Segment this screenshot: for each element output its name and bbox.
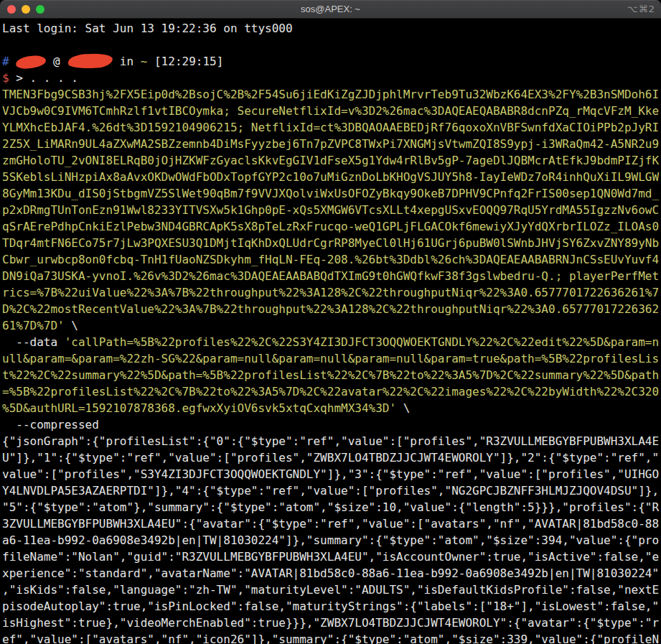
cookie-line: 8GyMm13KDu_dIS0jStbgmVZ5SlWet90qBm7f9VVJ…: [2, 185, 661, 202]
text-segment: [12:29:15]: [147, 55, 223, 68]
window-title: sos@APEX: ~: [301, 4, 360, 14]
text-segment: ~: [141, 55, 148, 68]
text-segment: ef","value":["avatars","nf","icon26"]},"…: [2, 633, 659, 644]
cookie-line: TMEN3Fbg9CSB3hj%2FX5Eip0d%2BsojC%2B%2F54…: [2, 86, 661, 103]
text-segment: $: [2, 71, 9, 85]
cookie-line: rics=%7B%22uiValue%22%3A%7B%22throughput…: [2, 284, 661, 301]
data-line: ull&param=&param=%22zh-SG%22&param=null&…: [2, 350, 661, 367]
json-output-line: value":["profiles","S3Y4ZI3DJFCT3OQQWOEK…: [2, 466, 661, 482]
data-line: %5D&authURL=1592107878368.egfwxXyiOV6svk…: [2, 400, 661, 416]
traffic-lights: [7, 0, 44, 18]
text-segment: "5":{"$type":"atom"},"summary":{"$type":…: [2, 500, 659, 514]
json-output-line: a6-11ea-b992-0a6908e3492b|en|TW|81030224…: [2, 532, 661, 549]
json-output-line: Y4LNVDLPA5E3AZAERPTDI"]},"4":{"$type":"r…: [2, 482, 661, 499]
text-segment: Last login: Sat Jun 13 19:22:36 on ttys0…: [2, 22, 293, 35]
json-output-line: pisodeAutoplay":true,"isPinLocked":false…: [2, 598, 661, 615]
text-segment: 61%7D%7D': [2, 319, 65, 332]
text-segment: D%2C%22mostRecentValue%22%3A%7B%22throug…: [2, 302, 659, 316]
text-segment: qSrAErePdhpCnkiEzlPebw3ND4GBRCApK5sX8pTe…: [2, 220, 659, 233]
cookie-line: 2Z5X_LiMARn9UL4aZXwMA2SBZzemnb4DiMsFyyzb…: [2, 136, 661, 152]
text-segment: \: [396, 401, 410, 415]
text-segment: Cbwr_urwbcp8on0fcbq-TnH1fUaoNZSDkyhm_fHq…: [2, 253, 659, 266]
json-output-line: ,"isKids":false,"language":"zh-TW","matu…: [2, 582, 661, 598]
text-segment: rics=%7B%22uiValue%22%3A%7B%22throughput…: [2, 286, 659, 299]
cookie-line: zmGHoloTU_2vONI8ELRqB0jOjHZKWFzGyaclsKkv…: [2, 152, 661, 169]
text-segment: TDqr4mtFN6ECo75r7jLw3PQXESU3Q1DMjtIqKhDx…: [2, 236, 659, 250]
text-segment: VJCb9w0C9IVM6TCmhRzlf1vtIBCOymka; Secure…: [2, 104, 659, 118]
text-segment: #: [2, 55, 16, 68]
terminal-screen[interactable]: Last login: Sat Jun 13 19:22:36 on ttys0…: [0, 19, 661, 644]
command-line: $ > . . . .: [2, 70, 661, 86]
text-segment: p2xDRmgTUnTonEzn91Wwl8233YITVSXw5k1Ghp0p…: [2, 203, 659, 217]
cookie-line: TDqr4mtFN6ECo75r7jLw3PQXESU3Q1DMjtIqKhDx…: [2, 235, 661, 251]
data-line: =%5B%22profilesList%22%2C%7B%22to%22%3A5…: [2, 383, 661, 400]
json-output-line: {"jsonGraph":{"profilesList":{"0":{"$typ…: [2, 433, 661, 449]
cookie-line: qSrAErePdhpCnkiEzlPebw3ND4GBRCApK5sX8pTe…: [2, 218, 661, 235]
zoom-button[interactable]: [36, 5, 44, 14]
titlebar[interactable]: sos@APEX: ~ ⌥⌘2: [0, 0, 661, 19]
redaction-scribble: [16, 55, 47, 70]
text-segment: =%5B%22profilesList%22%2C%7B%22to%22%3A5…: [2, 385, 659, 398]
window-shortcut-badge: ⌥⌘2: [627, 0, 655, 18]
last-login-line: Last login: Sat Jun 13 19:22:36 on ttys0…: [2, 20, 661, 37]
text-segment: 2Z5X_LiMARn9UL4aZXwMA2SBZzemnb4DiMsFyyzb…: [2, 137, 659, 151]
json-output-line: U"]},"1":{"$type":"ref","value":["profil…: [2, 449, 661, 466]
text-segment: a6-11ea-b992-0a6908e3492b|en|TW|81030224…: [2, 533, 659, 547]
text-segment: TMEN3Fbg9CSB3hj%2FX5Eip0d%2BsojC%2B%2F54…: [2, 88, 659, 101]
text-segment: t%22%2C%22summary%22%5D&path=%5B%22profi…: [2, 368, 659, 382]
cookie-line: 61%7D%7D' \: [2, 317, 661, 334]
json-output-line: "5":{"$type":"atom"},"summary":{"$type":…: [2, 499, 661, 515]
text-segment: ,"isKids":false,"language":"zh-TW","matu…: [2, 583, 659, 597]
close-button[interactable]: [7, 5, 16, 14]
text-segment: in: [113, 55, 141, 68]
text-segment: 8GyMm13KDu_dIS0jStbgmVZ5SlWet90qBm7f9VVJ…: [2, 187, 659, 200]
text-segment: {"jsonGraph":{"profilesList":{"0":{"$typ…: [2, 434, 659, 448]
redaction-scribble: [68, 53, 113, 70]
prompt-line: # @ in ~ [12:29:15]: [2, 53, 661, 70]
text-segment: --compressed: [2, 418, 99, 431]
cookie-line: VJCb9w0C9IVM6TCmhRzlf1vtIBCOymka; Secure…: [2, 103, 661, 119]
minimize-button[interactable]: [22, 5, 30, 14]
cookie-line: Cbwr_urwbcp8on0fcbq-TnH1fUaoNZSDkyhm_fHq…: [2, 251, 661, 268]
text-segment: zmGHoloTU_2vONI8ELRqB0jOjHZKWFzGyaclsKkv…: [2, 154, 659, 167]
compressed-flag-line: --compressed: [2, 416, 661, 433]
text-segment: pisodeAutoplay":true,"isPinLocked":false…: [2, 599, 659, 613]
json-output-line: fileName":"Nolan","guid":"R3ZVULLMEBGYBF…: [2, 549, 661, 565]
text-segment: value":["profiles","S3Y4ZI3DJFCT3OQQWOEK…: [2, 467, 659, 481]
json-output-line: xperience":"standard","avatarName":"AVAT…: [2, 565, 661, 582]
cookie-line: D%2C%22mostRecentValue%22%3A%7B%22throug…: [2, 301, 661, 317]
text-segment: xperience":"standard","avatarName":"AVAT…: [2, 566, 659, 580]
cookie-line: DN9iQa73USKA-yvnoI.%26v%3D2%26mac%3DAQEA…: [2, 268, 661, 284]
text-segment: > . . . .: [9, 71, 78, 85]
text-segment: --data: [2, 335, 65, 349]
cookie-line: 5SKeblsLiNHzpiAx8aAvxOKDwOWdFbODxTopfGYP…: [2, 169, 661, 185]
text-segment: fileName":"Nolan","guid":"R3ZVULLMEBGYBF…: [2, 550, 659, 564]
json-output-line: ef","value":["avatars","nf","icon26"]},"…: [2, 631, 661, 644]
text-segment: \: [65, 319, 78, 332]
text-segment: YLMXhcEbJAF4.%26dt%3D1592104906215; Netf…: [2, 121, 659, 134]
data-line: t%22%2C%22summary%22%5D&path=%5B%22profi…: [2, 367, 661, 383]
terminal-window: sos@APEX: ~ ⌥⌘2 Last login: Sat Jun 13 1…: [0, 0, 661, 644]
cookie-line: p2xDRmgTUnTonEzn91Wwl8233YITVSXw5k1Ghp0p…: [2, 202, 661, 218]
text-segment: ull&param=&param=%22zh-SG%22&param=null&…: [2, 352, 659, 365]
text-segment: U"]},"1":{"$type":"ref","value":["profil…: [2, 451, 659, 465]
blank-line: [2, 37, 661, 53]
text-segment: %5D&authURL=1592107878368.egfwxXyiOV6svk…: [2, 401, 396, 415]
text-segment: Y4LNVDLPA5E3AZAERPTDI"]},"4":{"$type":"r…: [2, 484, 659, 498]
text-segment: DN9iQa73USKA-yvnoI.%26v%3D2%26mac%3DAQEA…: [2, 269, 659, 283]
text-segment: 'callPath=%5B%22profiles%22%2C%22S3Y4ZI3…: [65, 335, 659, 349]
text-segment: 3ZVULLMEBGYBFPUBWH3XLA4EU":{"avatar":{"$…: [2, 517, 659, 531]
text-segment: isHighest":true},"videoMerchEnabled":tru…: [2, 616, 659, 630]
text-segment: @: [46, 55, 67, 68]
cookie-line: YLMXhcEbJAF4.%26dt%3D1592104906215; Netf…: [2, 119, 661, 136]
text-segment: 5SKeblsLiNHzpiAx8aAvxOKDwOWdFbODxTopfGYP…: [2, 170, 659, 184]
json-output-line: isHighest":true},"videoMerchEnabled":tru…: [2, 615, 661, 631]
json-output-line: 3ZVULLMEBGYBFPUBWH3XLA4EU":{"avatar":{"$…: [2, 515, 661, 532]
data-flag-line: --data 'callPath=%5B%22profiles%22%2C%22…: [2, 334, 661, 350]
